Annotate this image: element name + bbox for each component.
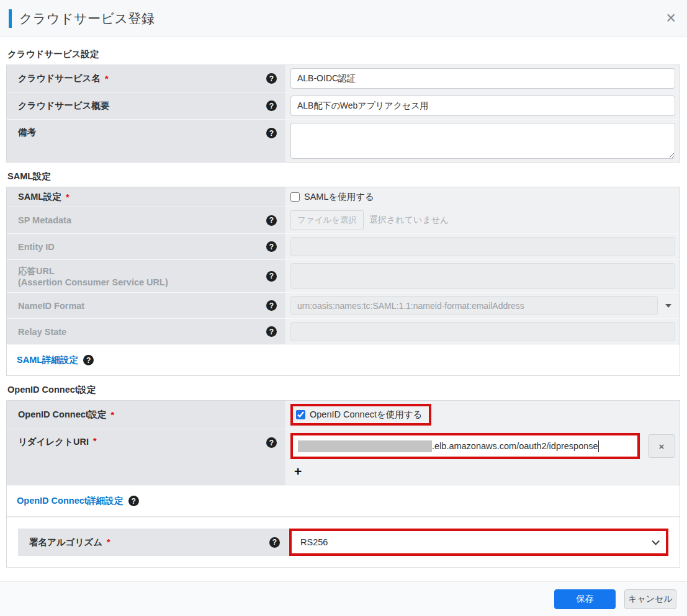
cloud-service-summary-input[interactable] — [290, 96, 675, 116]
nameid-format-label: NameID Format — [18, 301, 84, 311]
section-title-saml: SAML設定 — [7, 171, 680, 182]
oidc-use-highlight-box: OpenID Connectを使用する — [290, 404, 431, 426]
acs-url-label: 応答URL (Assertion Consumer Service URL) — [18, 266, 168, 287]
saml-use-checkbox[interactable] — [290, 192, 300, 202]
relay-state-label: Relay State — [18, 327, 66, 337]
row-relay-state: Relay State ? — [7, 319, 680, 345]
chevron-down-icon — [652, 537, 660, 545]
row-oidc-use: OpenID Connect設定 * OpenID Connectを使用する — [7, 401, 680, 429]
redacted-hostname-block — [298, 440, 432, 452]
required-asterisk: * — [111, 410, 115, 420]
saml-use-label-cell: SAML設定 * — [7, 187, 286, 207]
relay-state-label-cell: Relay State ? — [7, 319, 286, 344]
section-title-oidc: OpenID Connect設定 — [7, 384, 680, 396]
nameid-format-value-cell: urn:oasis:names:tc:SAML:1.1:nameid-forma… — [286, 293, 680, 318]
oidc-use-label-cell: OpenID Connect設定 * — [7, 401, 286, 429]
sp-metadata-value-cell: ファイルを選択 選択されていません — [286, 207, 680, 233]
row-cloud-service-summary: クラウドサービス概要 ? — [7, 92, 680, 120]
cloud-service-summary-value-cell — [286, 92, 680, 119]
oidc-use-checkbox[interactable] — [296, 410, 305, 419]
oidc-advanced-panel: 署名アルゴリズム * ? RS256 — [7, 517, 680, 567]
add-redirect-uri-button[interactable]: + — [294, 465, 302, 478]
cloud-service-summary-label: クラウドサービス概要 — [18, 100, 109, 112]
signature-algorithm-label: 署名アルゴリズム — [29, 537, 102, 548]
required-asterisk: * — [105, 74, 109, 84]
help-icon[interactable]: ? — [266, 128, 277, 138]
help-icon[interactable]: ? — [266, 100, 277, 111]
add-redirect-uri-row: + — [286, 460, 680, 485]
oidc-advanced-settings-link[interactable]: OpenID Connect詳細設定 — [17, 495, 123, 507]
note-textarea[interactable] — [290, 123, 675, 159]
row-redirect-uri: リダイレクトURI * ? .elb.amazonaws.com/oauth2/… — [7, 429, 680, 486]
oidc-use-value-cell: OpenID Connectを使用する — [286, 401, 680, 429]
acs-url-value-cell — [286, 260, 680, 292]
dropdown-arrow-icon — [665, 304, 671, 308]
redirect-uri-visible-text: .elb.amazonaws.com/oauth2/idpresponse — [432, 441, 598, 451]
title-accent-bar — [9, 9, 12, 28]
file-select-button: ファイルを選択 — [290, 210, 364, 230]
oidc-use-label: OpenID Connect設定 — [18, 409, 107, 421]
required-asterisk: * — [107, 537, 110, 547]
saml-use-checkbox-wrap: SAMLを使用する — [290, 191, 374, 203]
nameid-format-label-cell: NameID Format ? — [7, 293, 286, 318]
row-acs-url: 応答URL (Assertion Consumer Service URL) ? — [7, 260, 680, 293]
help-icon[interactable]: ? — [266, 215, 277, 226]
section-title-cloud: クラウドサービス設定 — [7, 48, 680, 60]
entity-id-label-cell: Entity ID ? — [7, 234, 286, 259]
help-icon[interactable]: ? — [128, 496, 139, 506]
sp-metadata-label-cell: SP Metadata ? — [7, 207, 286, 233]
signature-algorithm-select[interactable]: RS256 — [289, 529, 668, 556]
oidc-advanced-settings-row: OpenID Connect詳細設定 ? — [7, 486, 680, 517]
redirect-uri-label: リダイレクトURI — [18, 436, 89, 448]
cloud-service-name-label: クラウドサービス名 — [18, 73, 101, 84]
signature-algorithm-value: RS256 — [300, 537, 328, 547]
help-icon[interactable]: ? — [269, 537, 280, 548]
saml-settings-table: SAML設定 * SAMLを使用する SP Metadata ? ファイルを選択… — [6, 187, 680, 376]
close-icon[interactable]: × — [666, 10, 676, 27]
saml-use-checkbox-label: SAMLを使用する — [304, 191, 374, 203]
acs-url-input — [290, 263, 675, 289]
help-icon[interactable]: ? — [83, 355, 94, 365]
row-entity-id: Entity ID ? — [7, 234, 680, 260]
dialog-title: クラウドサービス登録 — [19, 10, 155, 27]
required-asterisk: * — [93, 436, 97, 446]
redirect-uri-input[interactable]: .elb.amazonaws.com/oauth2/idpresponse — [290, 433, 640, 459]
help-icon[interactable]: ? — [266, 437, 277, 448]
required-asterisk: * — [66, 192, 70, 202]
clear-redirect-uri-button[interactable]: × — [648, 434, 675, 458]
redirect-uri-value-cell: .elb.amazonaws.com/oauth2/idpresponse × … — [286, 429, 680, 485]
cloud-settings-table: クラウドサービス名 * ? クラウドサービス概要 ? 備考 ? — [6, 65, 680, 163]
row-nameid-format: NameID Format ? urn:oasis:names:tc:SAML:… — [7, 293, 680, 319]
row-note: 備考 ? — [7, 120, 680, 162]
entity-id-value-cell — [286, 234, 680, 259]
redirect-uri-label-cell: リダイレクトURI * ? — [7, 429, 286, 485]
help-icon[interactable]: ? — [266, 241, 277, 252]
help-icon[interactable]: ? — [266, 326, 277, 337]
help-icon[interactable]: ? — [266, 73, 277, 84]
row-sp-metadata: SP Metadata ? ファイルを選択 選択されていません — [7, 207, 680, 234]
saml-advanced-settings-link[interactable]: SAML詳細設定 — [17, 354, 78, 366]
help-icon[interactable]: ? — [266, 300, 277, 311]
cancel-button[interactable]: キャンセル — [624, 589, 676, 609]
oidc-use-checkbox-label: OpenID Connectを使用する — [310, 409, 423, 421]
relay-state-input — [290, 322, 675, 341]
entity-id-input — [290, 237, 675, 256]
note-label: 備考 — [18, 127, 36, 138]
entity-id-label: Entity ID — [18, 242, 55, 252]
sp-metadata-label: SP Metadata — [18, 215, 71, 225]
acs-url-label-cell: 応答URL (Assertion Consumer Service URL) ? — [7, 260, 286, 292]
oidc-settings-table: OpenID Connect設定 * OpenID Connectを使用する リ… — [6, 400, 680, 568]
row-cloud-service-name: クラウドサービス名 * ? — [7, 65, 680, 92]
note-label-cell: 備考 ? — [7, 120, 286, 162]
saml-use-value-cell: SAMLを使用する — [286, 187, 680, 207]
signature-algorithm-label-cell: 署名アルゴリズム * ? — [18, 529, 289, 556]
help-icon[interactable]: ? — [266, 271, 277, 282]
relay-state-value-cell — [286, 319, 680, 344]
dialog-header: クラウドサービス登録 × — [0, 0, 687, 37]
saml-advanced-settings-row: SAML詳細設定 ? — [7, 345, 680, 375]
cloud-service-name-input[interactable] — [290, 68, 675, 89]
oidc-use-checkbox-wrap: OpenID Connectを使用する — [296, 409, 423, 421]
save-button[interactable]: 保存 — [554, 589, 616, 609]
dialog-footer: 保存 キャンセル — [0, 581, 687, 616]
dialog-body: クラウドサービス設定 クラウドサービス名 * ? クラウドサービス概要 ? 備考 — [0, 37, 687, 581]
